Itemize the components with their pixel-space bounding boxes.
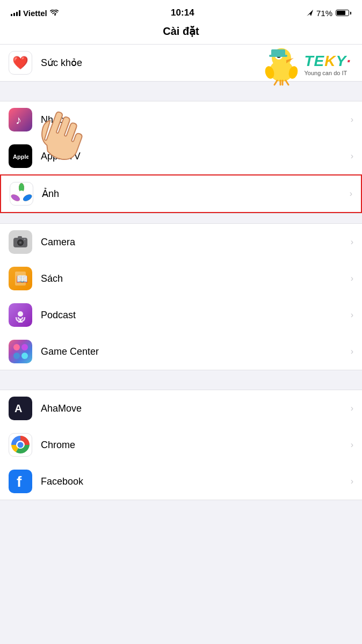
chrome-chevron: › [351, 440, 353, 450]
list-item-appletv[interactable]: Apple TV Apple TV › [0, 138, 362, 174]
svg-point-32 [24, 239, 26, 240]
carrier-label: Viettel [23, 9, 47, 18]
list-item-facebook[interactable]: f Facebook › [0, 463, 362, 500]
svg-point-26 [18, 191, 25, 197]
svg-point-35 [18, 311, 23, 317]
health-icon: ❤️ [9, 51, 32, 75]
svg-text:A: A [15, 402, 22, 414]
camera-chevron: › [351, 237, 353, 247]
status-right: 71% [307, 9, 351, 18]
appletv-chevron: › [351, 151, 353, 161]
list-item-podcast[interactable]: Podcast › [0, 297, 362, 333]
signal-bars [11, 10, 20, 16]
chrome-icon [9, 433, 32, 457]
settings-group-apps: Camera › 📖 Sách › Podcast › [0, 223, 362, 370]
settings-group-third-party: A AhaMove › Chrome › [0, 390, 362, 500]
ahamove-icon: A [9, 397, 32, 420]
location-icon [307, 10, 313, 16]
list-item-chrome[interactable]: Chrome › [0, 427, 362, 463]
photos-chevron: › [350, 189, 352, 199]
facebook-label: Facebook [41, 476, 346, 487]
list-item-gamecenter[interactable]: Game Center › [0, 333, 362, 370]
page-title: Cài đặt [0, 23, 362, 45]
gamecenter-chevron: › [351, 347, 353, 356]
list-item-music[interactable]: ♪ Nhạc › [0, 101, 362, 138]
photos-label: Ảnh [42, 188, 345, 200]
facebook-chevron: › [351, 477, 353, 486]
svg-point-41 [18, 442, 24, 448]
podcast-label: Podcast [41, 310, 346, 321]
svg-line-12 [286, 80, 288, 85]
svg-text:♪: ♪ [16, 113, 21, 127]
list-item-camera[interactable]: Camera › [0, 224, 362, 260]
photos-icon [10, 182, 33, 206]
books-icon: 📖 [9, 267, 32, 290]
spacer-1 [0, 91, 362, 101]
svg-rect-31 [18, 236, 22, 238]
status-time: 10:14 [171, 8, 194, 18]
svg-text:f: f [17, 473, 22, 490]
svg-line-10 [274, 80, 277, 85]
music-label: Nhạc [41, 114, 346, 126]
chrome-label: Chrome [41, 440, 346, 451]
spacer-2 [0, 380, 362, 390]
camera-label: Camera [41, 237, 346, 248]
list-item-photos[interactable]: Ảnh › [0, 174, 362, 213]
svg-rect-7 [269, 55, 287, 57]
camera-icon [9, 230, 32, 254]
status-left: Viettel [11, 9, 59, 18]
books-chevron: › [351, 274, 353, 283]
teky-watermark: TEKY· Young can do IT [263, 43, 352, 86]
svg-text:📖: 📖 [16, 273, 28, 285]
appletv-label: Apple TV [41, 151, 346, 162]
teky-bird [263, 43, 300, 86]
gamecenter-icon [9, 340, 32, 363]
ahamove-chevron: › [351, 404, 353, 413]
status-bar: Viettel 10:14 71% [0, 0, 362, 23]
svg-text:TV: TV [13, 160, 21, 162]
teky-tagline: Young can do IT [305, 70, 347, 76]
svg-point-30 [19, 241, 21, 244]
podcast-icon [9, 303, 32, 327]
music-chevron: › [351, 115, 353, 125]
svg-text:Apple: Apple [13, 153, 28, 160]
svg-marker-0 [307, 10, 313, 16]
podcast-chevron: › [351, 310, 353, 320]
music-icon: ♪ [9, 108, 32, 131]
list-item-books[interactable]: 📖 Sách › [0, 260, 362, 297]
wifi-icon [50, 10, 59, 16]
battery-percent: 71% [316, 9, 332, 18]
battery-icon [336, 10, 351, 16]
list-item-ahamove[interactable]: A AhaMove › [0, 390, 362, 427]
appletv-icon: Apple TV [9, 144, 32, 168]
books-label: Sách [41, 273, 346, 284]
settings-group-media: ♪ Nhạc › Apple TV Apple TV › [0, 101, 362, 214]
facebook-icon: f [9, 470, 32, 493]
gamecenter-label: Game Center [41, 346, 346, 357]
ahamove-label: AhaMove [41, 403, 346, 414]
